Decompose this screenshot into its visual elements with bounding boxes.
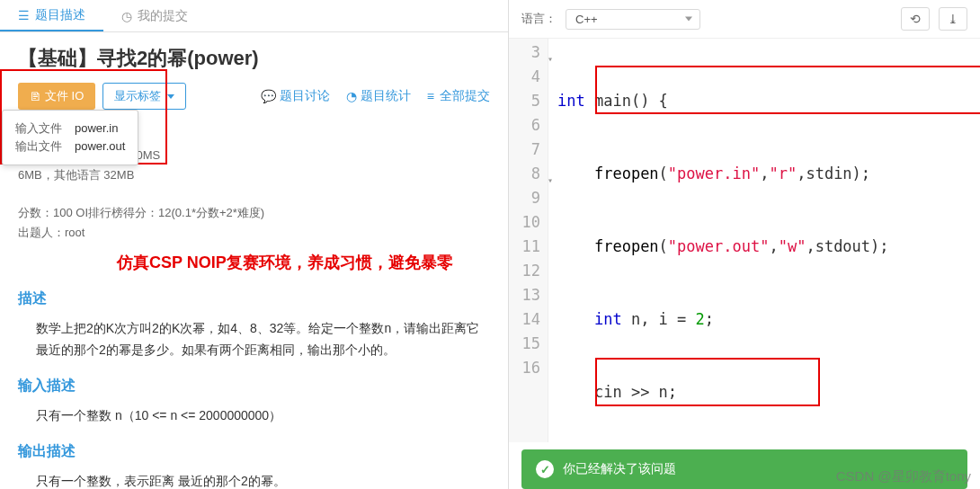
score-line: 分数：100 OI排行榜得分：12(0.1*分数+2*难度) — [18, 205, 490, 221]
problem-title: 【基础】寻找2的幂(power) — [18, 45, 490, 72]
stats-link[interactable]: ◔ 题目统计 — [346, 88, 411, 104]
in-file-label: 输入文件 — [15, 120, 62, 138]
mem-limit: 6MB，其他语言 32MB — [18, 167, 490, 183]
tab-my-submit[interactable]: ◷ 我的提交 — [103, 0, 206, 31]
output-heading: 输出描述 — [18, 442, 490, 461]
file-io-button[interactable]: 🖹 文件 IO — [18, 83, 95, 110]
show-tags-button[interactable]: 显示标签 — [102, 83, 186, 110]
tab-description[interactable]: ☰ 题目描述 — [0, 0, 103, 31]
refresh-icon: ⟲ — [910, 12, 921, 26]
input-paragraph: 只有一个整数 n（10 <= n <= 2000000000） — [36, 405, 490, 426]
input-heading: 输入描述 — [18, 377, 490, 396]
desc-paragraph: 数学上把2的K次方叫2的K次幂，如4、8、32等。给定一个整数n，请输出距离它最… — [36, 317, 490, 360]
watermark: CSDN @星卯教育tony — [836, 468, 971, 485]
output-paragraph: 只有一个整数，表示距离 最近的那个2的幂。 — [36, 470, 490, 489]
check-icon: ✓ — [536, 460, 554, 478]
tab-desc-label: 题目描述 — [35, 7, 85, 23]
download-button[interactable]: ⤓ — [939, 7, 967, 31]
all-submit-link[interactable]: 全部提交 — [427, 88, 490, 104]
status-text: 你已经解决了该问题 — [563, 461, 676, 477]
tabs: ☰ 题目描述 ◷ 我的提交 — [0, 0, 508, 32]
author-line: 出题人：root — [18, 225, 490, 241]
lang-bar: 语言： C++ ⟲ ⤓ — [509, 0, 980, 39]
lang-label: 语言： — [521, 11, 557, 27]
lang-select[interactable]: C++ — [566, 9, 700, 30]
code-editor[interactable]: 3▾ 4 5 6 7 8▾ 9 10 11 12 13 14 15 16 int… — [509, 39, 980, 442]
chat-icon: 💬 — [261, 89, 276, 103]
discuss-link[interactable]: 💬 题目讨论 — [261, 88, 330, 104]
menu-icon — [427, 89, 436, 103]
list-icon: ☰ — [18, 8, 30, 22]
clock-icon: ◷ — [121, 9, 132, 23]
file-icon: 🖹 — [30, 90, 41, 103]
out-file-label: 输出文件 — [15, 138, 62, 156]
red-callout: 仿真CSP NOIP复赛环境，养成习惯，避免暴零 — [117, 252, 490, 273]
gutter: 3▾ 4 5 6 7 8▾ 9 10 11 12 13 14 15 16 — [509, 39, 548, 442]
in-file-value: power.in — [75, 120, 118, 138]
file-io-popover: 输入文件 power.in 输出文件 power.out — [2, 110, 138, 165]
chart-icon: ◔ — [346, 89, 357, 103]
code-area[interactable]: int main() { freopen("power.in","r",stdi… — [548, 39, 980, 442]
desc-heading: 描述 — [18, 289, 490, 308]
out-file-value: power.out — [75, 138, 125, 156]
tab-submit-label: 我的提交 — [138, 8, 188, 24]
download-icon: ⤓ — [948, 12, 958, 26]
refresh-button[interactable]: ⟲ — [901, 7, 930, 31]
chevron-down-icon — [167, 94, 174, 99]
